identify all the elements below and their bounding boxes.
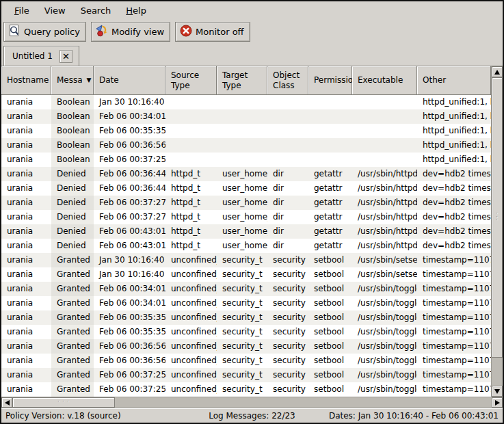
table-cell: urania (1, 296, 51, 310)
table-cell: Granted (51, 282, 94, 296)
menu-item-view[interactable]: View (38, 3, 72, 18)
horizontal-scrollbar[interactable]: · · · (1, 397, 503, 408)
table-cell: httpd_t (165, 210, 217, 224)
table-cell: user_home_ (217, 196, 267, 210)
column-header-hostname[interactable]: Hostname (1, 66, 51, 95)
table-cell: Denied (51, 181, 94, 196)
tab-untitled-1[interactable]: Untitled 1 ✕ (3, 46, 79, 66)
table-cell (267, 95, 308, 109)
table-cell: Feb 06 00:35:35 (94, 124, 165, 138)
column-header-messa[interactable]: Messa▼ (51, 66, 94, 95)
table-cell: user_home_ (217, 239, 267, 253)
table-cell (165, 109, 217, 124)
table-row[interactable]: uraniaBooleanFeb 06 00:36:56httpd_unifie… (1, 138, 491, 153)
table-cell: timestamp=11076 (417, 282, 491, 296)
column-header-date[interactable]: Date (94, 66, 165, 95)
table-body: uraniaBooleanJan 30 10:16:40httpd_unifie… (1, 95, 491, 397)
table-cell: /usr/sbin/toggle (352, 310, 417, 325)
table-cell: security (267, 253, 308, 267)
table-row[interactable]: uraniaBooleanFeb 06 00:34:01httpd_unifie… (1, 109, 491, 124)
scroll-left-button[interactable] (1, 397, 12, 408)
table-cell: dir (267, 196, 308, 210)
table-cell (267, 109, 308, 124)
dates-status: Dates: Jan 30 10:16:40 - Feb 06 00:43:01 (329, 411, 499, 421)
table-cell (165, 138, 217, 153)
modify-view-button[interactable]: Modify view (91, 22, 170, 42)
table-cell: urania (1, 196, 51, 210)
table-cell: Granted (51, 253, 94, 267)
table-cell: dir (267, 224, 308, 239)
table-cell (308, 124, 352, 138)
column-header-source-type[interactable]: Source Type (165, 66, 217, 95)
log-table: HostnameMessa▼DateSource TypeTarget Type… (1, 66, 503, 397)
tab-close-button[interactable]: ✕ (59, 50, 72, 63)
monitor-off-label: Monitor off (196, 27, 243, 37)
column-header-target-type[interactable]: Target Type (217, 66, 267, 95)
vertical-scrollbar[interactable]: ··· (491, 66, 503, 397)
table-row[interactable]: uraniaGrantedJan 30 10:16:40unconfined_s… (1, 267, 491, 282)
table-cell: security (267, 325, 308, 339)
table-cell: dev=hdb2 timesta (417, 210, 491, 224)
monitor-off-button[interactable]: Monitor off (175, 22, 250, 42)
table-row[interactable]: uraniaGrantedFeb 06 00:37:25unconfined_s… (1, 382, 491, 397)
horizontal-scrollbar-thumb[interactable]: · · · (12, 397, 115, 408)
table-row[interactable]: uraniaGrantedFeb 06 00:36:56unconfined_s… (1, 354, 491, 368)
table-cell: security_t (217, 339, 267, 354)
table-cell: timestamp=11076 (417, 354, 491, 368)
table-cell: urania (1, 210, 51, 224)
table-row[interactable]: uraniaGrantedJan 30 10:16:40unconfined_s… (1, 253, 491, 267)
table-cell (352, 153, 417, 167)
vertical-scrollbar-trough[interactable] (492, 358, 503, 386)
column-header-permission[interactable]: Permission (308, 66, 352, 95)
table-row[interactable]: uraniaGrantedFeb 06 00:37:25unconfined_s… (1, 368, 491, 382)
table-cell: Feb 06 00:37:25 (94, 382, 165, 397)
column-header-object-class[interactable]: Object Class (267, 66, 308, 95)
menubar: FileViewSearchHelp (1, 1, 503, 20)
table-cell: security (267, 354, 308, 368)
table-row[interactable]: uraniaBooleanFeb 06 00:35:35httpd_unifie… (1, 124, 491, 138)
table-row[interactable]: uraniaGrantedFeb 06 00:34:01unconfined_s… (1, 282, 491, 296)
table-cell: security (267, 310, 308, 325)
table-cell: unconfined_ (165, 296, 217, 310)
table-cell: Boolean (51, 153, 94, 167)
table-row[interactable]: uraniaDeniedFeb 06 00:43:01httpd_tuser_h… (1, 239, 491, 253)
table-row[interactable]: uraniaBooleanJan 30 10:16:40httpd_unifie… (1, 95, 491, 109)
table-cell (217, 109, 267, 124)
table-cell: unconfined_ (165, 325, 217, 339)
table-cell: setbool (308, 382, 352, 397)
table-row[interactable]: uraniaDeniedFeb 06 00:37:27httpd_tuser_h… (1, 210, 491, 224)
column-header-executable[interactable]: Executable (352, 66, 417, 95)
monitor-off-icon (179, 24, 193, 40)
table-cell: dir (267, 167, 308, 181)
scroll-down-button[interactable] (492, 386, 503, 397)
table-cell: httpd_t (165, 239, 217, 253)
table-row[interactable]: uraniaDeniedFeb 06 00:36:44httpd_tuser_h… (1, 181, 491, 196)
table-row[interactable]: uraniaDeniedFeb 06 00:37:27httpd_tuser_h… (1, 196, 491, 210)
menu-item-help[interactable]: Help (120, 3, 152, 18)
table-cell: Boolean (51, 109, 94, 124)
table-cell: /usr/sbin/toggle (352, 282, 417, 296)
table-row[interactable]: uraniaGrantedFeb 06 00:35:35unconfined_s… (1, 310, 491, 325)
query-policy-button[interactable]: Query policy (3, 22, 86, 42)
table-row[interactable]: uraniaGrantedFeb 06 00:36:56unconfined_s… (1, 339, 491, 354)
table-row[interactable]: uraniaGrantedFeb 06 00:35:35unconfined_s… (1, 325, 491, 339)
sort-descending-icon: ▼ (87, 77, 92, 84)
table-row[interactable]: uraniaDeniedFeb 06 00:36:44httpd_tuser_h… (1, 167, 491, 181)
table-cell: dev=hdb2 timesta (417, 181, 491, 196)
scroll-up-button[interactable] (492, 66, 503, 77)
column-header-other[interactable]: Other (417, 66, 491, 95)
horizontal-scrollbar-trough[interactable] (115, 397, 492, 408)
menu-item-search[interactable]: Search (75, 3, 118, 18)
table-cell (308, 138, 352, 153)
scroll-right-button[interactable] (492, 397, 503, 408)
table-cell: httpd_t (165, 196, 217, 210)
table-row[interactable]: uraniaDeniedFeb 06 00:43:01httpd_tuser_h… (1, 224, 491, 239)
table-row[interactable]: uraniaBooleanFeb 06 00:37:25httpd_unifie… (1, 153, 491, 167)
table-cell: urania (1, 368, 51, 382)
menu-item-file[interactable]: File (8, 3, 36, 18)
table-cell (352, 124, 417, 138)
table-row[interactable]: uraniaGrantedFeb 06 00:34:01unconfined_s… (1, 296, 491, 310)
table-cell: Granted (51, 310, 94, 325)
table-cell (352, 109, 417, 124)
vertical-scrollbar-thumb[interactable]: ··· (492, 77, 503, 358)
